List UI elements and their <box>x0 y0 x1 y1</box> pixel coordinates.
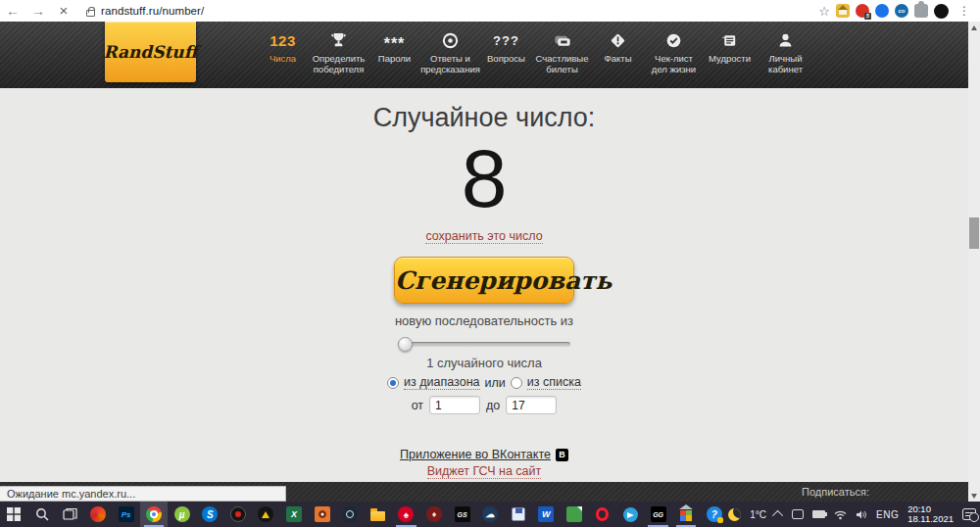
site-navbar: RandStuff 123 Числа Определить победител… <box>0 22 980 88</box>
range-option-label[interactable]: из диапазона <box>404 375 479 390</box>
save-number-link[interactable]: сохранить это число <box>425 229 542 244</box>
list-option-label[interactable]: из списка <box>527 375 581 390</box>
recorder-icon[interactable] <box>224 502 253 527</box>
weather-temperature[interactable]: 1°C <box>750 509 766 520</box>
ccleaner-icon[interactable] <box>84 502 113 527</box>
page-title: Случайное число: <box>0 103 968 133</box>
utorrent-icon[interactable]: µ <box>168 502 196 527</box>
nav-item-lucky-tickets[interactable]: Счастливые билеты <box>534 22 590 88</box>
subscribe-label: Подписаться: <box>802 486 869 498</box>
home-app-icon[interactable] <box>672 502 701 527</box>
randstuff-logo[interactable]: RandStuff <box>105 22 196 82</box>
chrome-icon[interactable] <box>140 502 169 527</box>
scroll-icon <box>720 28 739 52</box>
volume-tray-icon[interactable] <box>856 509 867 520</box>
generate-button[interactable]: Сгенерировать <box>394 257 574 304</box>
gs-app-icon[interactable]: GS <box>448 502 476 527</box>
taskbar: Ps µ S X ♠ ♦ GS ☁ W GG ? 1°C ENG 20:10 1… <box>0 502 980 527</box>
language-indicator[interactable]: ENG <box>876 509 899 520</box>
nav-item-account[interactable]: Личный кабинет <box>758 22 813 88</box>
search-button[interactable] <box>28 502 57 527</box>
range-radio[interactable] <box>387 377 399 389</box>
sequence-count-label: 1 случайного числа <box>0 356 968 370</box>
floppy-app-icon[interactable] <box>504 502 532 527</box>
co-extension-icon[interactable]: co <box>895 4 908 18</box>
list-radio[interactable] <box>511 377 522 389</box>
gg-app-icon[interactable]: GG <box>644 502 672 527</box>
tray-expand-icon[interactable] <box>772 510 783 521</box>
tickets-icon <box>553 28 572 52</box>
adblock-extension-icon[interactable]: 5 <box>856 4 869 18</box>
or-label: или <box>485 376 506 390</box>
battery-tray-icon[interactable] <box>812 510 825 518</box>
check-badge-icon <box>664 28 683 52</box>
start-button[interactable] <box>0 502 28 527</box>
browser-toolbar: ← → × randstuff.ru/number/ ☆ 5 co ⋮ <box>0 0 980 22</box>
excel-icon[interactable]: X <box>280 502 309 527</box>
profile-avatar[interactable] <box>934 4 949 19</box>
taskbar-clock[interactable]: 20:10 18.11.2021 <box>907 504 954 524</box>
puzzle-extension-icon[interactable] <box>914 4 928 18</box>
nav-item-wisdom[interactable]: Мудрости <box>702 22 758 88</box>
nav-item-answers[interactable]: Ответы и предсказания <box>422 22 478 88</box>
file-explorer-icon[interactable] <box>365 502 393 527</box>
to-input[interactable] <box>506 396 557 414</box>
blue-extension-icon[interactable] <box>875 4 889 18</box>
random-number: 8 <box>0 137 968 219</box>
slider-handle[interactable] <box>398 337 413 352</box>
nav-item-facts[interactable]: Факты <box>590 22 646 88</box>
vk-icon[interactable]: В <box>556 449 568 461</box>
extension-badge: 5 <box>864 13 871 20</box>
nav-item-numbers[interactable]: 123 Числа <box>255 22 311 88</box>
address-bar[interactable]: randstuff.ru/number/ <box>101 5 204 17</box>
steam-icon[interactable] <box>336 502 365 527</box>
from-input[interactable] <box>429 396 480 414</box>
green-app-icon[interactable] <box>561 502 589 527</box>
nav-item-questions[interactable]: ??? Вопросы <box>478 22 534 88</box>
nav-item-passwords[interactable]: *** Пароли <box>367 22 422 88</box>
scrollbar-thumb[interactable] <box>969 217 979 249</box>
eye-app-icon[interactable] <box>308 502 336 527</box>
darkred-app-icon[interactable]: ♦ <box>420 502 449 527</box>
nav-item-pick-winner[interactable]: Определить победителя <box>311 22 367 88</box>
skype-icon[interactable]: S <box>196 502 224 527</box>
diamond-exclamation-icon <box>609 28 627 52</box>
task-view-button[interactable] <box>56 502 84 527</box>
page-content: Случайное число: 8 сохранить это число С… <box>0 88 980 482</box>
photoshop-icon[interactable]: Ps <box>112 502 140 527</box>
sequence-label: новую последовательность из <box>0 313 968 328</box>
wifi-tray-icon[interactable] <box>834 509 847 520</box>
to-label: до <box>486 399 500 412</box>
telegram-icon[interactable] <box>616 502 645 527</box>
triangle-app-icon[interactable] <box>252 502 280 527</box>
scroll-down-icon[interactable] <box>968 490 980 502</box>
status-bar: Ожидание mc.yandex.ru... <box>0 486 286 502</box>
from-label: от <box>412 399 423 412</box>
display-tray-icon[interactable] <box>792 509 804 519</box>
asterisks-icon: *** <box>384 28 406 52</box>
back-icon[interactable]: ← <box>0 0 25 22</box>
scroll-up-icon[interactable] <box>968 22 980 33</box>
nav-item-checklist[interactable]: Чек-лист дел жизни <box>646 22 702 88</box>
word-icon[interactable]: W <box>532 502 561 527</box>
cloud-app-icon[interactable]: ☁ <box>476 502 505 527</box>
person-icon <box>776 28 795 52</box>
opera-icon[interactable] <box>588 502 616 527</box>
pokerstars-icon[interactable]: ♠ <box>392 502 420 527</box>
bookmark-star-icon[interactable]: ☆ <box>818 4 830 19</box>
action-center-icon[interactable] <box>962 508 976 520</box>
stop-loading-icon[interactable]: × <box>51 0 76 22</box>
forward-icon[interactable]: → <box>25 0 51 22</box>
trophy-icon <box>329 28 348 52</box>
browser-menu-icon[interactable]: ⋮ <box>955 4 974 18</box>
padlock-icon[interactable] <box>86 10 95 17</box>
weather-moon-icon[interactable] <box>728 508 741 521</box>
scrollbar[interactable] <box>968 22 980 502</box>
count-slider[interactable] <box>398 337 570 352</box>
slider-track[interactable] <box>398 342 570 347</box>
help-app-icon[interactable]: ? <box>700 502 728 527</box>
vk-app-link[interactable]: Приложение во ВКонтакте <box>400 448 551 461</box>
widget-link[interactable]: Виджет ГСЧ на сайт <box>427 464 542 479</box>
home-extension-icon[interactable] <box>836 4 850 18</box>
numbers-123-icon: 123 <box>270 28 296 52</box>
